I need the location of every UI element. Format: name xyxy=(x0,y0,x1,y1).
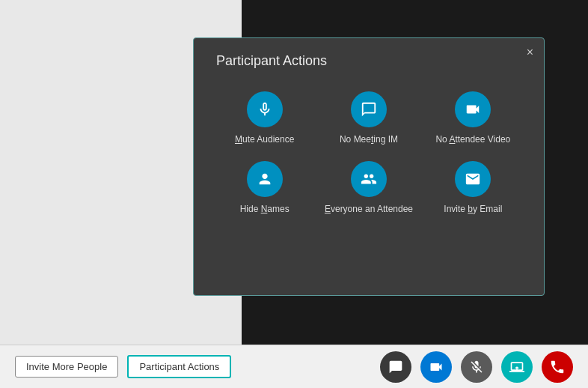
email-icon xyxy=(465,171,481,187)
participant-actions-button[interactable]: Participant Actions xyxy=(127,355,231,378)
mic-mute-icon xyxy=(469,360,484,375)
action-hide-names[interactable]: Hide Names xyxy=(216,161,313,216)
no-meeting-im-icon xyxy=(351,91,387,127)
invite-by-email-icon xyxy=(455,161,491,197)
chat-button[interactable] xyxy=(380,351,411,383)
screen-share-icon xyxy=(509,360,524,375)
invite-more-people-button[interactable]: Invite More People xyxy=(15,356,118,378)
action-mute-audience[interactable]: Mute Audience xyxy=(216,91,313,146)
chat-icon xyxy=(388,360,403,375)
dialog-title: Participant Actions xyxy=(216,53,521,69)
end-call-icon xyxy=(549,359,566,375)
participant-actions-dialog: × Participant Actions Mute Audience No M… xyxy=(193,37,545,296)
toolbar-left: Invite More People Participant Actions xyxy=(15,355,231,378)
chat-icon xyxy=(361,101,377,118)
person-icon xyxy=(257,171,273,187)
mic-button[interactable] xyxy=(461,351,492,383)
mic-icon xyxy=(257,101,273,118)
no-meeting-im-label: No Meeting IM xyxy=(340,133,398,146)
everyone-attendee-label: Everyone an Attendee xyxy=(325,203,413,216)
end-call-button[interactable] xyxy=(542,351,573,383)
people-icon xyxy=(361,171,377,187)
action-grid: Mute Audience No Meeting IM No Attendee … xyxy=(216,91,521,216)
everyone-attendee-icon xyxy=(351,161,387,197)
hide-names-label: Hide Names xyxy=(240,203,290,216)
video-cam-icon xyxy=(429,360,444,375)
no-attendee-video-label: No Attendee Video xyxy=(435,133,510,146)
invite-by-email-label: Invite by Email xyxy=(444,203,502,216)
action-invite-by-email[interactable]: Invite by Email xyxy=(425,161,521,216)
dialog-close-button[interactable]: × xyxy=(527,46,533,59)
action-everyone-attendee[interactable]: Everyone an Attendee xyxy=(320,161,417,216)
toolbar-right xyxy=(380,351,573,383)
screen-share-button[interactable] xyxy=(501,351,533,383)
mute-audience-label: Mute Audience xyxy=(235,133,294,146)
action-no-meeting-im[interactable]: No Meeting IM xyxy=(320,91,417,146)
video-button[interactable] xyxy=(420,351,452,383)
hide-names-icon xyxy=(247,161,283,197)
toolbar: Invite More People Participant Actions xyxy=(0,345,588,388)
mute-audience-icon xyxy=(247,91,283,127)
action-no-attendee-video[interactable]: No Attendee Video xyxy=(425,91,521,146)
no-attendee-video-icon xyxy=(455,91,491,127)
video-icon xyxy=(465,101,481,118)
